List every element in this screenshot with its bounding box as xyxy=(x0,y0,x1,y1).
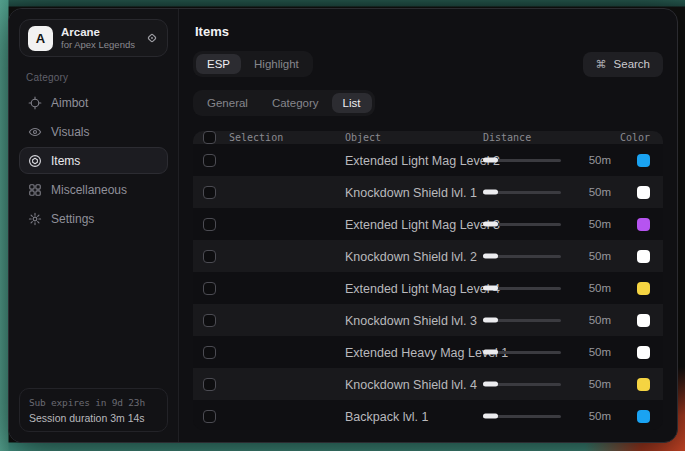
distance-value: 50m xyxy=(589,186,611,198)
subscription-expiry: Sub expires in 9d 23h xyxy=(29,397,158,408)
sidebar-item-label: Visuals xyxy=(51,125,89,139)
row-checkbox[interactable] xyxy=(203,218,216,231)
table-row: Knockdown Shield lvl. 250m xyxy=(193,240,663,272)
sidebar-item-label: Miscellaneous xyxy=(51,183,127,197)
object-label: Extended Light Mag Level 3 xyxy=(345,218,500,232)
distance-slider[interactable] xyxy=(483,379,561,389)
tab-category[interactable]: Category xyxy=(261,93,330,113)
table-header-row: Selection Object Distance Color xyxy=(193,131,663,144)
column-header-color: Color xyxy=(620,132,650,143)
color-swatch[interactable] xyxy=(637,250,650,263)
distance-value: 50m xyxy=(589,282,611,294)
distance-slider[interactable] xyxy=(483,347,561,357)
object-label: Extended Light Mag Level 2 xyxy=(345,154,500,168)
distance-slider[interactable] xyxy=(483,155,561,165)
session-info-card: Sub expires in 9d 23h Session duration 3… xyxy=(19,388,168,432)
row-checkbox[interactable] xyxy=(203,346,216,359)
table-row: Knockdown Shield lvl. 150m xyxy=(193,176,663,208)
crosshair-icon xyxy=(28,96,42,110)
table-row: Extended Light Mag Level 350m xyxy=(193,208,663,240)
table-row: Knockdown Shield lvl. 450m xyxy=(193,368,663,400)
sidebar-nav: AimbotVisualsItemsMiscellaneousSettings xyxy=(19,89,168,232)
row-checkbox[interactable] xyxy=(203,314,216,327)
object-label: Backpack lvl. 1 xyxy=(345,410,428,424)
tab-highlight[interactable]: Highlight xyxy=(243,54,310,74)
row-checkbox[interactable] xyxy=(203,282,216,295)
object-label: Knockdown Shield lvl. 2 xyxy=(345,250,477,264)
color-swatch[interactable] xyxy=(637,410,650,423)
mode-tab-group: ESPHighlight xyxy=(193,51,313,77)
diamond-badge-icon[interactable] xyxy=(145,31,159,45)
game-backdrop: A Arcane for Apex Legends Category Aimbo… xyxy=(0,0,685,451)
search-button-label: Search xyxy=(614,58,650,70)
distance-value: 50m xyxy=(589,218,611,230)
tab-general[interactable]: General xyxy=(196,93,259,113)
distance-slider[interactable] xyxy=(483,411,561,421)
row-checkbox[interactable] xyxy=(203,410,216,423)
sidebar-item-label: Settings xyxy=(51,212,94,226)
sidebar-item-miscellaneous[interactable]: Miscellaneous xyxy=(19,176,168,203)
row-checkbox[interactable] xyxy=(203,378,216,391)
sidebar-item-visuals[interactable]: Visuals xyxy=(19,118,168,145)
distance-value: 50m xyxy=(589,154,611,166)
table-row: Backpack lvl. 150m xyxy=(193,400,663,430)
search-button[interactable]: ⌘ Search xyxy=(583,52,663,77)
column-header-selection: Selection xyxy=(229,132,283,143)
app-title: Arcane xyxy=(61,25,135,39)
items-table: Selection Object Distance Color Extended… xyxy=(193,131,663,430)
sidebar-section-label: Category xyxy=(26,72,161,83)
main-panel: Items ESPHighlight ⌘ Search GeneralCateg… xyxy=(179,9,677,442)
tab-list[interactable]: List xyxy=(332,93,372,113)
page-title: Items xyxy=(195,24,663,39)
distance-value: 50m xyxy=(589,346,611,358)
tab-esp[interactable]: ESP xyxy=(196,54,241,74)
session-duration: Session duration 3m 14s xyxy=(29,412,158,424)
distance-slider[interactable] xyxy=(483,315,561,325)
row-checkbox[interactable] xyxy=(203,250,216,263)
sidebar-item-items[interactable]: Items xyxy=(19,147,168,174)
color-swatch[interactable] xyxy=(637,346,650,359)
sidebar-item-settings[interactable]: Settings xyxy=(19,205,168,232)
gear-icon xyxy=(28,212,42,226)
grid-icon xyxy=(28,183,42,197)
column-header-distance: Distance xyxy=(483,132,531,143)
brand-card: A Arcane for Apex Legends xyxy=(19,19,168,57)
color-swatch[interactable] xyxy=(637,186,650,199)
distance-slider[interactable] xyxy=(483,283,561,293)
sidebar-item-label: Aimbot xyxy=(51,96,88,110)
package-icon xyxy=(28,154,42,168)
color-swatch[interactable] xyxy=(637,378,650,391)
app-logo: A xyxy=(28,26,53,51)
sidebar-item-aimbot[interactable]: Aimbot xyxy=(19,89,168,116)
distance-value: 50m xyxy=(589,378,611,390)
view-tab-group: GeneralCategoryList xyxy=(193,90,375,116)
distance-value: 50m xyxy=(589,410,611,422)
table-row: Knockdown Shield lvl. 350m xyxy=(193,304,663,336)
table-row: Extended Heavy Mag Level 150m xyxy=(193,336,663,368)
color-swatch[interactable] xyxy=(637,314,650,327)
table-row: Extended Light Mag Level 450m xyxy=(193,272,663,304)
distance-slider[interactable] xyxy=(483,219,561,229)
column-header-object: Object xyxy=(345,132,381,143)
distance-slider[interactable] xyxy=(483,187,561,197)
color-swatch[interactable] xyxy=(637,218,650,231)
distance-value: 50m xyxy=(589,250,611,262)
color-swatch[interactable] xyxy=(637,154,650,167)
table-body: Extended Light Mag Level 250mKnockdown S… xyxy=(193,144,663,430)
eye-icon xyxy=(28,125,42,139)
app-subtitle: for Apex Legends xyxy=(61,39,135,51)
color-swatch[interactable] xyxy=(637,282,650,295)
row-checkbox[interactable] xyxy=(203,186,216,199)
select-all-checkbox[interactable] xyxy=(203,131,216,144)
object-label: Extended Light Mag Level 4 xyxy=(345,282,500,296)
command-icon: ⌘ xyxy=(596,58,607,71)
row-checkbox[interactable] xyxy=(203,154,216,167)
distance-slider[interactable] xyxy=(483,251,561,261)
distance-value: 50m xyxy=(589,314,611,326)
object-label: Knockdown Shield lvl. 3 xyxy=(345,314,477,328)
object-label: Knockdown Shield lvl. 4 xyxy=(345,378,477,392)
app-window: A Arcane for Apex Legends Category Aimbo… xyxy=(8,8,678,443)
toolbar: ESPHighlight ⌘ Search xyxy=(193,51,663,77)
object-label: Knockdown Shield lvl. 1 xyxy=(345,186,477,200)
table-row: Extended Light Mag Level 250m xyxy=(193,144,663,176)
